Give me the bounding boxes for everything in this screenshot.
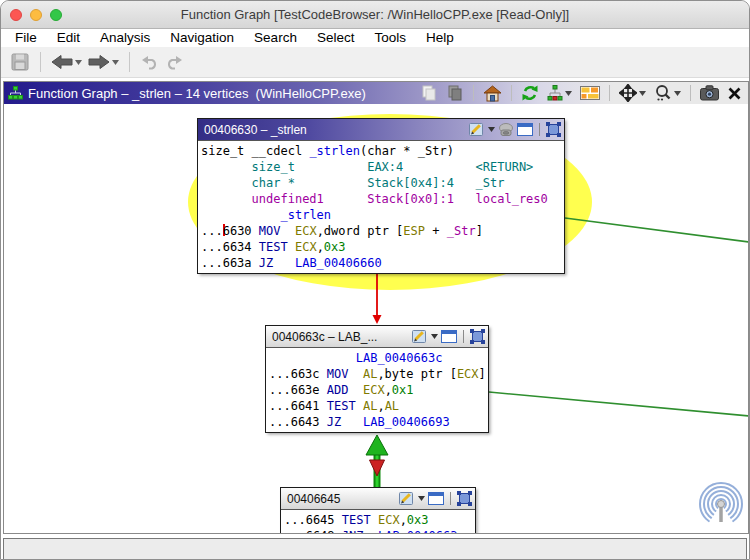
node-title: 00406645 xyxy=(287,492,399,506)
panel-toolbar xyxy=(418,83,748,103)
bottom-panel-edge xyxy=(3,538,747,559)
redo-button xyxy=(162,49,187,75)
graph-node-00406645[interactable]: 00406645 ...6645 TEST ECX,0x3...6648 JNZ… xyxy=(280,487,476,533)
graph-viewport[interactable]: 00406630 – _strlen size_t __cdecl _strle… xyxy=(4,104,748,533)
code-line[interactable]: ...6641 TEST AL,AL xyxy=(269,398,485,414)
block-format-button[interactable] xyxy=(578,85,602,101)
code-line[interactable]: ...6630 MOV ECX,dword ptr [ESP + _Str] xyxy=(201,223,561,239)
menu-navigation[interactable]: Navigation xyxy=(160,29,244,47)
code-line[interactable]: ...6645 TEST ECX,0x3 xyxy=(284,512,472,528)
panel-header[interactable]: Function Graph – _strlen – 14 vertices (… xyxy=(4,82,748,104)
code-line[interactable]: ...663c MOV AL,byte ptr [ECX] xyxy=(269,366,485,382)
full-view-icon[interactable] xyxy=(517,123,533,136)
edit-label-icon[interactable] xyxy=(412,329,428,344)
minimize-window-button[interactable] xyxy=(30,9,42,21)
forward-caret[interactable] xyxy=(112,60,119,65)
zoom-magnifier-icon xyxy=(654,84,672,102)
code-line[interactable]: size_t EAX:4 <RETURN> xyxy=(201,159,561,175)
menu-select[interactable]: Select xyxy=(307,29,365,47)
menu-bar: File Edit Analysis Navigation Search Sel… xyxy=(1,29,749,47)
vertex-tool-icon[interactable] xyxy=(498,123,514,137)
code-line[interactable]: ...663e ADD ECX,0x1 xyxy=(269,382,485,398)
dropdown-caret[interactable] xyxy=(418,496,425,501)
undo-button xyxy=(137,49,162,75)
code-line[interactable]: _strlen xyxy=(201,207,561,223)
dropdown-caret[interactable] xyxy=(488,127,495,132)
code-line[interactable]: char * Stack[0x4]:4 _Str xyxy=(201,175,561,191)
code-line[interactable]: undefined1 Stack[0x0]:1 local_res0 xyxy=(201,191,561,207)
node-header[interactable]: 00406630 – _strlen xyxy=(198,119,564,141)
edge-jump-right-2 xyxy=(489,392,748,416)
menu-tools[interactable]: Tools xyxy=(364,29,416,47)
snapshot-button[interactable] xyxy=(698,84,721,102)
refresh-button[interactable] xyxy=(519,83,541,103)
pan-mode-button[interactable] xyxy=(617,83,648,103)
duplicate-button[interactable] xyxy=(444,83,466,103)
panel-title: Function Graph – _strlen – 14 vertices (… xyxy=(28,86,366,101)
close-icon xyxy=(727,86,742,101)
zoom-button[interactable] xyxy=(652,83,683,103)
save-button xyxy=(7,49,33,75)
zoom-window-button[interactable] xyxy=(50,9,62,21)
node-code-listing: ...6645 TEST ECX,0x3...6648 JNZ LAB_0040… xyxy=(281,510,475,533)
traffic-lights xyxy=(10,9,62,21)
menu-analysis[interactable]: Analysis xyxy=(90,29,160,47)
layout-caret[interactable] xyxy=(565,91,572,96)
save-icon xyxy=(10,52,30,72)
layout-icon xyxy=(547,85,563,101)
code-line[interactable]: ...6634 TEST ECX,0x3 xyxy=(201,239,561,255)
menu-search[interactable]: Search xyxy=(244,29,307,47)
function-graph-icon xyxy=(8,86,23,100)
menu-edit[interactable]: Edit xyxy=(47,29,90,47)
redo-icon xyxy=(165,55,184,70)
back-button[interactable] xyxy=(48,49,85,75)
close-panel-button[interactable] xyxy=(725,85,744,102)
node-code-listing: size_t __cdecl _strlen(char * _Str) size… xyxy=(198,141,564,273)
layout-button[interactable] xyxy=(545,84,574,102)
zoom-caret[interactable] xyxy=(674,91,681,96)
copy-button xyxy=(418,83,440,103)
satellite-view-icon[interactable] xyxy=(698,481,744,527)
toolbar-separator xyxy=(40,52,41,72)
node-header[interactable]: 00406645 xyxy=(281,488,475,510)
edit-label-icon[interactable] xyxy=(399,491,415,506)
group-selection-icon[interactable] xyxy=(470,329,485,344)
dropdown-caret[interactable] xyxy=(431,334,438,339)
back-arrow-icon xyxy=(51,54,73,70)
duplicate-icon xyxy=(446,84,464,102)
group-selection-icon[interactable] xyxy=(457,491,472,506)
close-window-button[interactable] xyxy=(10,9,22,21)
forward-button[interactable] xyxy=(85,49,122,75)
back-caret[interactable] xyxy=(75,60,82,65)
refresh-icon xyxy=(521,84,539,102)
edit-label-icon[interactable] xyxy=(469,122,485,137)
code-line[interactable]: ...6643 JZ LAB_00406693 xyxy=(269,414,485,430)
graph-node-0040663c[interactable]: 0040663c – LAB_... LAB_0040663c...663c M… xyxy=(265,325,489,433)
window-title: Function Graph [TestCodeBrowser: /WinHel… xyxy=(71,1,679,29)
menu-file[interactable]: File xyxy=(5,29,47,47)
code-line[interactable]: size_t __cdecl _strlen(char * _Str) xyxy=(201,143,561,159)
function-graph-panel: Function Graph – _strlen – 14 vertices (… xyxy=(3,81,749,534)
home-icon xyxy=(483,85,502,102)
full-view-icon[interactable] xyxy=(441,330,457,343)
code-line[interactable]: LAB_0040663c xyxy=(269,350,485,366)
copy-icon xyxy=(420,84,438,102)
group-selection-icon[interactable] xyxy=(546,122,561,137)
node-header[interactable]: 0040663c – LAB_... xyxy=(266,326,488,348)
forward-arrow-icon xyxy=(88,54,110,70)
block-format-icon xyxy=(580,86,600,100)
titlebar[interactable]: Function Graph [TestCodeBrowser: /WinHel… xyxy=(1,1,749,29)
undo-icon xyxy=(140,55,159,70)
code-line[interactable]: ...6648 JNZ LAB_0040663c xyxy=(284,528,472,533)
graph-node-00406630[interactable]: 00406630 – _strlen size_t __cdecl _strle… xyxy=(197,118,565,274)
main-toolbar xyxy=(1,47,749,78)
edge-jump-right-1 xyxy=(565,218,748,242)
full-view-icon[interactable] xyxy=(428,492,444,505)
snapshot-camera-icon xyxy=(700,85,719,101)
toolbar-separator xyxy=(129,52,130,72)
pan-caret[interactable] xyxy=(639,91,646,96)
code-line[interactable]: ...663a JZ LAB_00406660 xyxy=(201,255,561,271)
menu-help[interactable]: Help xyxy=(416,29,464,47)
home-button[interactable] xyxy=(481,84,504,103)
node-code-listing: LAB_0040663c...663c MOV AL,byte ptr [ECX… xyxy=(266,348,488,432)
